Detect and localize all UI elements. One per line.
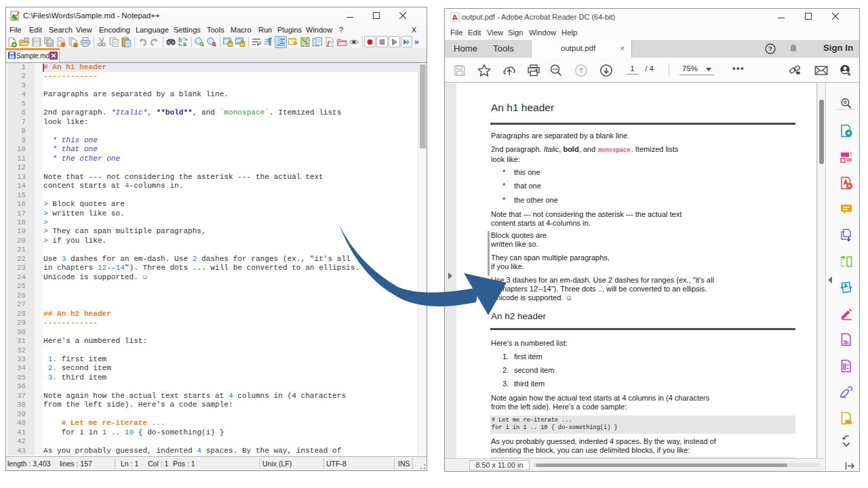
editor-line-26[interactable]: 26 bbox=[6, 291, 418, 300]
function-list-icon[interactable]: f bbox=[323, 36, 336, 48]
combine-files-icon[interactable] bbox=[839, 228, 854, 243]
notepad-menu-[interactable]: ? bbox=[339, 26, 343, 34]
print-icon[interactable] bbox=[79, 36, 92, 48]
page-up-icon[interactable] bbox=[574, 63, 589, 78]
editor-line-22[interactable]: 22Use 3 dashes for an em-dash. Use 2 das… bbox=[6, 255, 418, 264]
monitoring-icon[interactable] bbox=[348, 36, 360, 48]
close-icon[interactable] bbox=[55, 36, 67, 48]
tab-home[interactable]: Home bbox=[454, 40, 477, 58]
notepad-menu-edit[interactable]: Edit bbox=[29, 26, 42, 34]
acrobat-close-button[interactable] bbox=[832, 8, 859, 26]
tab-close-icon[interactable] bbox=[50, 52, 58, 60]
comment-icon[interactable] bbox=[839, 202, 854, 217]
notepad-menu-plugins[interactable]: Plugins bbox=[277, 26, 302, 34]
editor-line-34[interactable]: 34 2. second item bbox=[6, 364, 418, 373]
notepad-close-button[interactable] bbox=[399, 7, 426, 25]
editor-line-29[interactable]: 29------------ bbox=[6, 319, 418, 327]
document-vertical-scrollbar[interactable] bbox=[817, 83, 825, 458]
doc-switcher-icon[interactable] bbox=[311, 36, 323, 48]
notepad-menu-view[interactable]: View bbox=[76, 26, 92, 34]
editor-line-8[interactable]: 8 bbox=[6, 127, 418, 136]
edit-pdf-icon[interactable] bbox=[839, 150, 854, 165]
search-icon[interactable] bbox=[549, 63, 564, 78]
document-scrollbar-thumb[interactable] bbox=[819, 100, 824, 164]
horizontal-scrollbar-thumb[interactable] bbox=[536, 464, 787, 467]
sync-vertical-scrolling-icon[interactable] bbox=[222, 36, 234, 48]
editor-line-7[interactable]: 7look like: bbox=[6, 118, 418, 127]
notepad-maximize-button[interactable] bbox=[373, 7, 399, 25]
redo-icon[interactable] bbox=[149, 36, 161, 48]
folder-as-workspace-icon[interactable] bbox=[336, 36, 348, 48]
share-cloud-icon[interactable] bbox=[502, 63, 517, 78]
zoom-out-icon[interactable] bbox=[205, 36, 218, 48]
help-icon[interactable]: ? bbox=[765, 43, 776, 54]
run-macro-multiple-icon[interactable] bbox=[401, 36, 412, 47]
record-macro-icon[interactable] bbox=[364, 36, 376, 47]
open-file-icon[interactable] bbox=[18, 36, 31, 48]
editor-line-33[interactable]: 33 1. first item bbox=[6, 355, 418, 364]
editor-line-28[interactable]: 28## An h2 header bbox=[6, 310, 418, 319]
editor-line-13[interactable]: 13Note that --- not considering the aste… bbox=[6, 173, 418, 182]
export-pdf-icon[interactable] bbox=[839, 123, 854, 138]
replace-icon[interactable]: ba bbox=[177, 36, 189, 48]
acrobat-maximize-button[interactable] bbox=[805, 8, 831, 26]
editor-scrollbar-thumb[interactable] bbox=[420, 64, 426, 148]
doc-tab-close-icon[interactable]: × bbox=[620, 44, 625, 52]
prepare-form-icon[interactable] bbox=[839, 359, 854, 373]
editor-line-6[interactable]: 62nd paragraph. *Italic*, **bold**, and … bbox=[6, 108, 418, 117]
acrobat-menu-edit[interactable]: Edit bbox=[468, 28, 481, 37]
tab-sample-md[interactable]: Sample.md bbox=[6, 48, 60, 62]
editor-line-31[interactable]: 31Here's a numbered list: bbox=[6, 337, 418, 346]
zoom-level-dropdown[interactable]: 75% bbox=[679, 64, 714, 75]
editor-line-35[interactable]: 35 3. third item bbox=[6, 373, 418, 382]
notepad-menu-run[interactable]: Run bbox=[258, 26, 272, 34]
navigation-pane-toggle-icon[interactable] bbox=[448, 272, 453, 280]
notepad-editor[interactable]: 1# An h1 header2------------34Paragraphs… bbox=[6, 62, 427, 455]
acrobat-minimize-button[interactable] bbox=[778, 8, 804, 26]
editor-line-37[interactable]: 37Note again how the actual text starts … bbox=[6, 392, 418, 401]
save-icon[interactable] bbox=[452, 63, 467, 78]
send-for-comments-icon[interactable] bbox=[839, 411, 854, 426]
editor-line-14[interactable]: 14content starts at 4-columns in. bbox=[6, 182, 418, 190]
tools-pane-collapse-icon[interactable] bbox=[827, 276, 833, 284]
undo-icon[interactable] bbox=[136, 36, 149, 48]
close-all-icon[interactable] bbox=[67, 36, 79, 48]
paste-icon[interactable] bbox=[120, 36, 132, 48]
toolbar-overflow-chevron[interactable]: » bbox=[414, 37, 418, 47]
acrobat-menu-sign[interactable]: Sign bbox=[508, 28, 524, 37]
editor-line-18[interactable]: 18> bbox=[6, 218, 418, 227]
editor-line-16[interactable]: 16> Block quotes are bbox=[6, 200, 418, 209]
star-icon[interactable] bbox=[477, 63, 492, 78]
notepad-menu-tools[interactable]: Tools bbox=[207, 26, 224, 34]
editor-line-36[interactable]: 36 bbox=[6, 382, 418, 391]
notepad-menu-search[interactable]: Search bbox=[49, 26, 73, 34]
more-tools-chevron-icon[interactable] bbox=[839, 433, 854, 448]
request-signatures-icon[interactable] bbox=[839, 332, 854, 347]
editor-line-15[interactable]: 15 bbox=[6, 191, 418, 200]
page-number-input[interactable]: 1 bbox=[627, 64, 638, 75]
print-icon[interactable] bbox=[526, 63, 541, 78]
notepad-minimize-button[interactable] bbox=[347, 7, 373, 25]
save-all-icon[interactable] bbox=[43, 36, 55, 48]
notepad-menu-close-document[interactable]: X bbox=[412, 26, 416, 34]
email-icon[interactable] bbox=[814, 63, 829, 78]
editor-line-19[interactable]: 19> They can span multiple paragraphs, bbox=[6, 227, 418, 236]
sync-horizontal-scrolling-icon[interactable] bbox=[234, 36, 246, 48]
editor-line-12[interactable]: 12 bbox=[6, 163, 418, 172]
add-person-icon[interactable] bbox=[838, 63, 853, 78]
editor-line-32[interactable]: 32 bbox=[6, 346, 418, 355]
open-tools-pane-icon[interactable] bbox=[845, 462, 854, 470]
share-link-icon[interactable] bbox=[788, 63, 803, 78]
more-tools-button[interactable]: ••• bbox=[732, 63, 745, 73]
notepad-menu-macro[interactable]: Macro bbox=[231, 26, 252, 34]
document-horizontal-scrollbar[interactable] bbox=[533, 463, 821, 467]
editor-line-9[interactable]: 9 * this one bbox=[6, 136, 418, 145]
stop-macro-icon[interactable] bbox=[376, 36, 388, 47]
acrobat-menu-help[interactable]: Help bbox=[561, 28, 577, 37]
fill-sign-icon[interactable] bbox=[839, 306, 854, 321]
notepad-menu-encoding[interactable]: Encoding bbox=[99, 26, 130, 34]
editor-line-27[interactable]: 27 bbox=[6, 300, 418, 309]
play-macro-icon[interactable] bbox=[389, 36, 400, 47]
save-icon[interactable] bbox=[31, 36, 43, 48]
find-icon[interactable] bbox=[165, 36, 177, 48]
